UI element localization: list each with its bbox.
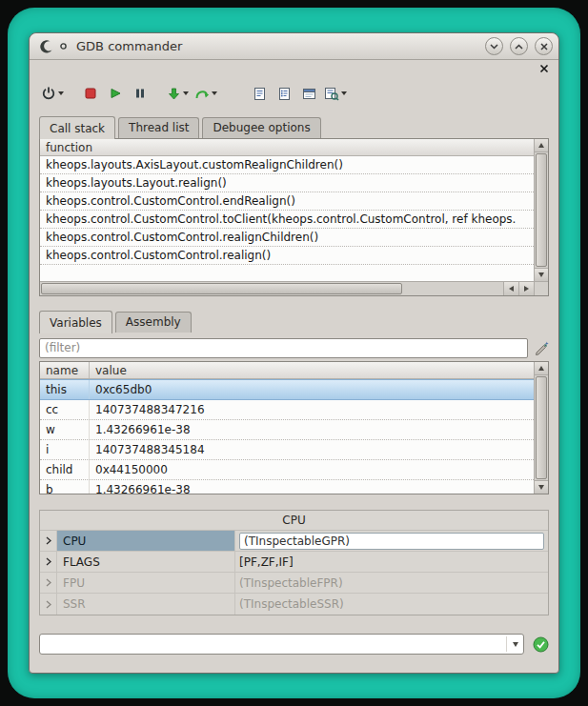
cpu-grid: CPU (TInspectableGPR) FLAGS [PF,ZF,IF] [40,530,548,615]
scroll-up-button[interactable] [535,139,548,152]
pause-button[interactable] [129,81,152,106]
cpu-row[interactable]: FLAGS [PF,ZF,IF] [40,552,548,573]
variables-pane: name value this 0xc65db0 cc 140737488347… [39,361,549,494]
tab-assembly[interactable]: Assembly [115,312,192,333]
vscroll-thumb[interactable] [536,153,547,267]
titlebar-buttons [485,37,553,55]
cpu-row[interactable]: FPU (TInspectableFPR) [40,573,548,594]
combobox-dropdown-icon[interactable] [506,636,518,652]
vertical-scrollbar[interactable] [534,362,548,494]
callstack-column-header: function [40,139,534,156]
titlebar[interactable]: GDB commander [30,33,558,60]
cpu-row-name: CPU [57,531,235,551]
callstack-row[interactable]: kheops.control.CustomControl.realignChil… [40,229,534,247]
arrow-right-icon [524,286,529,292]
panel-close-icon[interactable] [539,64,549,73]
scroll-down-button[interactable] [535,480,548,494]
dock-header [39,62,549,75]
step-into-dropdown-icon[interactable] [183,91,189,95]
cpu-row-value-cell: (TInspectableGPR) [235,531,548,551]
tab-debugee-options[interactable]: Debugee options [202,117,320,138]
variable-row[interactable]: w 1.43266961e-38 [40,420,534,440]
scroll-right-button[interactable] [518,282,534,295]
variable-row[interactable]: i 140737488345184 [40,440,534,460]
maximize-button[interactable] [510,37,528,55]
step-over-dropdown-icon[interactable] [212,91,217,95]
step-into-button[interactable] [165,81,191,106]
cpu-title: CPU [40,511,548,530]
command-combobox[interactable] [39,634,524,655]
command-row [39,633,549,656]
expand-arrow-icon[interactable] [40,594,57,615]
run-button[interactable] [104,81,127,106]
expand-arrow-icon[interactable] [40,552,57,572]
cpu-row-value: (TInspectableSSR) [235,594,548,615]
cpu-row[interactable]: SSR (TInspectableSSR) [40,594,548,615]
vertical-scrollbar[interactable] [534,139,548,281]
callstack-row[interactable]: kheops.control.CustomControl.realign() [40,247,534,265]
gdb-commander-window: GDB commander [29,32,559,674]
horizontal-scrollbar[interactable] [40,281,534,295]
tab-call-stack[interactable]: Call stack [39,116,115,139]
source-doc-button[interactable] [248,81,271,106]
list-icon [277,87,292,101]
confirm-button[interactable] [532,635,549,653]
watch-dropdown-icon[interactable] [341,91,347,95]
variable-name: b [40,480,90,494]
check-icon [533,636,549,653]
window-title: GDB commander [76,39,479,53]
callstack-row[interactable]: kheops.layouts.AxisLayout.customRealignC… [40,156,534,174]
cpu-row[interactable]: CPU (TInspectableGPR) [40,531,548,552]
vscroll-track[interactable] [535,152,548,268]
column-header-value: value [90,362,534,378]
vscroll-thumb[interactable] [536,376,547,479]
cpu-row-name: SSR [57,594,235,615]
scroll-down-button[interactable] [535,268,548,281]
callstack-row[interactable]: kheops.control.CustomControl.toClient(kh… [40,211,534,229]
cpu-row-name: FPU [57,573,235,593]
variable-row[interactable]: child 0x44150000 [40,460,534,480]
filter-wand-icon[interactable] [534,340,549,355]
scroll-left-button[interactable] [503,282,518,295]
stop-button[interactable] [79,81,102,106]
call-stack-pane: function kheops.layouts.AxisLayout.custo… [39,138,549,296]
decorative-frame: GDB commander [8,8,580,698]
variable-row[interactable]: this 0xc65db0 [40,379,534,400]
variable-row[interactable]: b 1.43266961e-38 [40,480,534,494]
cpu-row-value: [PF,ZF,IF] [235,552,548,572]
frame-view-button[interactable] [297,81,320,106]
cpu-value-edit[interactable]: (TInspectableGPR) [239,533,544,550]
close-button[interactable] [535,37,553,55]
tab-variables[interactable]: Variables [39,311,112,333]
vscroll-track[interactable] [535,375,548,480]
arrow-down-icon [538,485,544,490]
hscroll-thumb[interactable] [41,283,402,294]
app-icon[interactable] [39,39,54,54]
step-into-icon [167,87,181,101]
expand-arrow-icon[interactable] [40,573,57,593]
variable-value: 140737488347216 [90,400,534,419]
tab-thread-list[interactable]: Thread list [118,117,199,138]
list-button[interactable] [273,81,295,106]
minimize-button[interactable] [485,37,503,55]
expand-arrow-icon[interactable] [40,531,57,551]
app-badge-icon [60,43,67,50]
filter-input[interactable] [39,338,528,358]
stop-icon [84,87,97,100]
watch-button[interactable] [322,81,349,106]
filter-row [39,336,549,359]
variable-row[interactable]: cc 140737488347216 [40,400,534,420]
variable-name: child [40,460,90,479]
variable-value: 0x44150000 [90,460,534,479]
callstack-row[interactable]: kheops.control.CustomControl.endRealign(… [40,192,534,211]
arrow-left-icon [509,286,514,292]
power-dropdown-icon[interactable] [58,91,64,95]
scroll-up-button[interactable] [535,362,548,375]
power-button[interactable] [39,81,66,106]
pause-icon [133,87,147,100]
hscroll-track[interactable] [40,282,503,295]
callstack-row[interactable]: kheops.layouts.Layout.realign() [40,174,534,192]
step-over-button[interactable] [193,81,219,106]
cpu-row-name: FLAGS [57,552,235,572]
tab-bar-mid: Variables Assembly [39,310,549,333]
